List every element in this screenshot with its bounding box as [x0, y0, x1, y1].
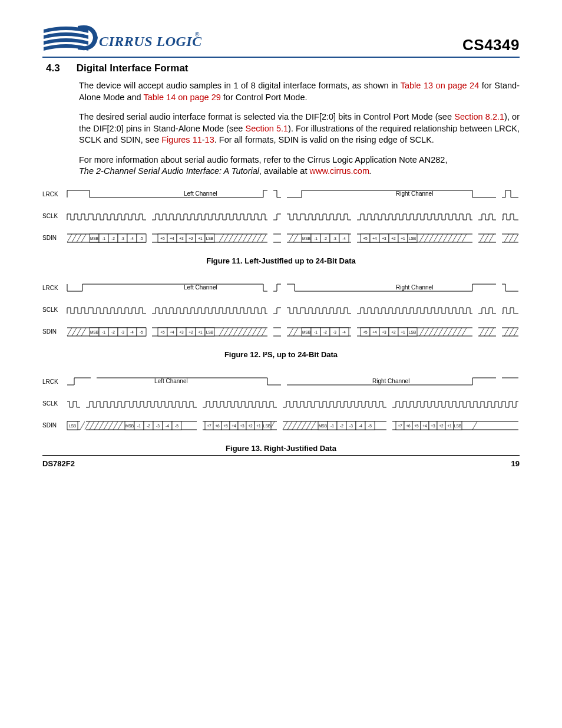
- svg-line-176: [283, 421, 287, 430]
- svg-text:Left Channel: Left Channel: [184, 284, 217, 291]
- svg-text:+1: +1: [447, 424, 452, 428]
- svg-text:LRCK: LRCK: [42, 378, 58, 385]
- svg-text:+5: +5: [223, 424, 228, 428]
- figure-13: LRCK Left Channel Right Channel SCLK SDI…: [42, 373, 520, 453]
- svg-line-106: [452, 328, 457, 336]
- svg-line-85: [77, 328, 81, 336]
- svg-line-19: [434, 234, 438, 242]
- svg-line-111: [489, 328, 494, 336]
- svg-line-98: [293, 328, 298, 336]
- svg-text:+1: +1: [256, 424, 261, 428]
- link-figures-11[interactable]: Figures 11: [161, 135, 202, 144]
- svg-text:MSB: MSB: [90, 330, 98, 334]
- svg-text:-2: -2: [111, 330, 115, 334]
- svg-line-21: [443, 234, 448, 242]
- header-rule: [42, 57, 520, 58]
- svg-text:-4: -4: [166, 424, 169, 428]
- svg-line-84: [72, 328, 77, 336]
- svg-line-166: [80, 421, 85, 430]
- link-section-51[interactable]: Section 5.1: [245, 124, 288, 133]
- left-channel-label: Left Channel: [184, 190, 217, 197]
- page-header: CIRRUS LOGIC ® CS4349: [42, 22, 520, 54]
- svg-line-9: [243, 234, 247, 242]
- sclk-waveform: [67, 214, 518, 220]
- svg-line-169: [94, 421, 99, 430]
- svg-text:+2: +2: [391, 236, 396, 241]
- svg-text:-2: -2: [323, 236, 327, 241]
- svg-line-88: [224, 328, 229, 336]
- svg-text:LSB: LSB: [69, 424, 76, 428]
- svg-text:+3: +3: [240, 424, 244, 428]
- svg-line-15: [293, 234, 298, 242]
- page-footer: DS782F2 19: [42, 455, 520, 468]
- svg-text:+1: +1: [198, 330, 203, 334]
- svg-text:LSB: LSB: [409, 330, 416, 334]
- svg-text:+5: +5: [414, 424, 419, 428]
- svg-text:SCLK: SCLK: [42, 307, 58, 313]
- svg-line-104: [443, 328, 448, 336]
- svg-text:-1: -1: [314, 236, 318, 241]
- svg-line-182: [311, 421, 316, 430]
- link-section-821[interactable]: Section 8.2.1: [454, 112, 504, 121]
- svg-line-178: [292, 421, 297, 430]
- svg-line-180: [302, 421, 306, 430]
- svg-text:LSB: LSB: [263, 424, 270, 428]
- section-number: 4.3: [46, 62, 60, 74]
- svg-line-14: [289, 234, 293, 242]
- svg-text:-2: -2: [323, 330, 327, 334]
- svg-text:+5: +5: [363, 330, 368, 334]
- svg-text:-3: -3: [121, 236, 124, 241]
- svg-line-112: [504, 328, 509, 336]
- svg-line-86: [81, 328, 86, 336]
- sclk-label: SCLK: [42, 213, 58, 219]
- svg-text:Right Channel: Right Channel: [372, 378, 409, 384]
- svg-text:-3: -3: [333, 236, 336, 241]
- svg-text:+7: +7: [207, 424, 211, 428]
- svg-line-92: [243, 328, 247, 336]
- svg-line-1: [72, 234, 77, 242]
- svg-line-24: [457, 234, 462, 242]
- svg-line-95: [257, 328, 262, 336]
- svg-line-30: [509, 234, 514, 242]
- svg-text:+2: +2: [189, 236, 193, 241]
- svg-text:+5: +5: [363, 236, 368, 241]
- svg-line-29: [504, 234, 509, 242]
- link-table-14[interactable]: Table 14 on page 29: [143, 93, 220, 102]
- link-table-13[interactable]: Table 13 on page 24: [401, 81, 480, 90]
- svg-text:+4: +4: [372, 330, 377, 334]
- link-cirrus-com[interactable]: www.cirrus.com: [309, 166, 369, 176]
- svg-line-87: [219, 328, 224, 336]
- paragraph-3: For more information about serial audio …: [79, 154, 520, 177]
- lrck-label: LRCK: [42, 191, 58, 197]
- svg-line-0: [67, 234, 72, 242]
- svg-text:+1: +1: [401, 236, 405, 241]
- svg-text:-5: -5: [175, 424, 178, 428]
- svg-line-172: [108, 421, 113, 430]
- svg-text:-1: -1: [314, 330, 318, 334]
- svg-text:+4: +4: [170, 330, 174, 334]
- svg-line-94: [252, 328, 257, 336]
- svg-text:-1: -1: [330, 424, 334, 428]
- svg-text:MSB: MSB: [319, 424, 327, 428]
- svg-line-18: [429, 234, 434, 242]
- svg-line-17: [424, 234, 429, 242]
- svg-line-90: [233, 328, 238, 336]
- svg-line-93: [247, 328, 252, 336]
- svg-line-100: [424, 328, 429, 336]
- svg-text:+3: +3: [431, 424, 435, 428]
- svg-text:+6: +6: [215, 424, 220, 428]
- svg-line-109: [480, 328, 484, 336]
- svg-text:+1: +1: [401, 330, 405, 334]
- svg-line-83: [67, 328, 72, 336]
- svg-text:-4: -4: [130, 236, 134, 241]
- link-figures-13[interactable]: 13: [205, 135, 214, 144]
- svg-text:-5: -5: [140, 330, 143, 334]
- paragraph-2: The desired serial audio interface forma…: [79, 111, 520, 146]
- svg-text:+2: +2: [439, 424, 444, 428]
- svg-line-167: [85, 421, 90, 430]
- svg-text:MSB: MSB: [125, 424, 134, 428]
- svg-text:-4: -4: [342, 236, 346, 241]
- svg-text:-2: -2: [111, 236, 115, 241]
- svg-text:-5: -5: [368, 424, 372, 428]
- svg-text:MSB: MSB: [302, 330, 310, 334]
